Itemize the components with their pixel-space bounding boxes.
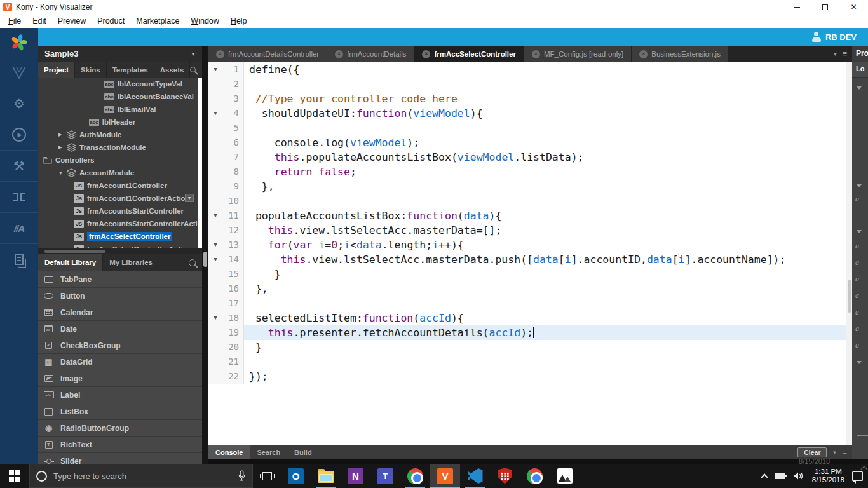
code-line-8[interactable]: 8 return false; [208,165,846,179]
editor-vertical-scrollbar[interactable] [846,62,852,445]
tree-item-frmAccountsStartControllerActions[interactable]: JsfrmAccountsStartControllerActions [38,217,198,230]
taskbar-app-file-explorer[interactable] [311,464,341,488]
sidebar-item-notes[interactable] [0,244,38,275]
taskbar-app-kony-visualizer[interactable]: V [430,464,460,488]
panel-divider[interactable] [202,46,208,464]
chevron-down-icon[interactable]: ▼ [832,51,837,57]
code-line-16[interactable]: 16 }, [208,281,846,296]
editor-tab-businessextension-js[interactable]: ✕BusinessExtension.js [632,46,728,62]
chevron-down-icon[interactable] [857,361,862,364]
library-item-button[interactable]: Button [38,288,202,304]
scrollbar-thumb[interactable] [44,250,105,253]
code-line-7[interactable]: 7 this.populateAccountsListBox(viewModel… [208,150,846,165]
code-line-22[interactable]: 22}); [208,369,846,384]
console-tab-search[interactable]: Search [250,445,287,459]
expand-icon[interactable]: ▶ [58,132,67,137]
taskbar-search-box[interactable]: Type here to search [29,464,253,488]
library-item-image[interactable]: Image [38,370,202,387]
menu-icon[interactable]: ≡ [842,51,847,57]
fold-arrow-icon[interactable]: ▼ [208,62,222,77]
menu-help[interactable]: Help [225,17,253,25]
menu-marketplace[interactable]: Marketplace [130,17,185,25]
taskbar-app-chrome-2[interactable] [520,464,550,488]
tab-assets[interactable]: Assets [154,62,191,78]
taskbar-app-photos[interactable] [550,464,580,488]
close-tab-icon[interactable]: ✕ [532,50,540,58]
tree-item-lblAccountTypeVal[interactable]: abclblAccountTypeVal [38,78,198,90]
microphone-icon[interactable] [238,470,246,482]
properties-tab-look[interactable]: Lo [852,62,868,78]
divider-handle[interactable] [203,252,207,267]
tree-item-lblEmailVal[interactable]: abclblEmailVal [38,103,198,116]
expand-icon[interactable]: ▶ [58,145,67,150]
code-line-19[interactable]: 19 this.presenter.fetchAccountDetails(ac… [208,325,846,340]
code-line-3[interactable]: 3 //Type your controller code here [208,92,846,106]
library-item-label[interactable]: abcLabel [38,387,202,403]
battery-icon[interactable] [775,473,785,479]
tree-item-TransactionModule[interactable]: ▶TransactionModule [38,141,198,154]
tree-item-frmAccount1ControllerActions[interactable]: JsfrmAccount1ControllerActions▼ [38,192,198,205]
library-item-calendar[interactable]: Calendar [38,304,202,321]
code-line-1[interactable]: ▼1define({ [208,62,846,77]
menu-product[interactable]: Product [92,17,130,25]
close-tab-icon[interactable]: ✕ [216,50,224,58]
code-line-15[interactable]: 15 } [208,267,846,281]
close-tab-icon[interactable]: ✕ [422,50,430,58]
code-line-2[interactable]: 2 [208,77,846,92]
collapse-all-icon[interactable]: ▼ [191,51,196,57]
fold-arrow-icon[interactable]: ▼ [208,311,222,325]
code-line-21[interactable]: 21 [208,355,846,369]
fold-arrow-icon[interactable]: ▼ [208,252,222,267]
collapse-icon[interactable]: ▼ [58,171,67,175]
tree-item-lblHeader[interactable]: abclblHeader [38,116,198,128]
editor-tab-frmaccountdetails[interactable]: ✕frmAccountDetails [327,46,414,62]
menu-icon[interactable]: ≡ [842,449,847,456]
code-line-4[interactable]: ▼4 shouldUpdateUI:function(viewModel){ [208,106,846,121]
menu-preview[interactable]: Preview [52,17,92,25]
sidebar-item-layout[interactable] [0,182,38,213]
tray-chevron-up-icon[interactable] [761,473,768,480]
menu-file[interactable]: File [3,17,27,25]
tree-item-frmAccSelectControllerActions[interactable]: JsfrmAccSelectControllerActions [38,243,198,248]
sidebar-item-skins[interactable]: //A [0,213,38,244]
overflow-chevron-icon[interactable]: ▼ [185,194,194,202]
sidebar-item-preview[interactable]: ▶ [0,119,38,151]
close-tab-icon[interactable]: ✕ [335,50,343,58]
menu-edit[interactable]: Edit [27,17,52,25]
fold-arrow-icon[interactable]: ▼ [208,238,222,252]
volume-icon[interactable] [793,471,804,481]
tree-item-AuthModule[interactable]: ▶AuthModule [38,128,198,141]
search-icon[interactable] [189,259,196,266]
tree-item-frmAccountsStartController[interactable]: JsfrmAccountsStartController [38,205,198,217]
chevron-down-icon[interactable]: ▼ [832,450,837,456]
editor-tab-frmaccselectcontroller[interactable]: ✕frmAccSelectController [414,46,523,62]
library-item-slider[interactable]: Slider [38,453,202,464]
sidebar-item-settings[interactable]: ⚙ [0,88,38,119]
library-item-datagrid[interactable]: ▦DataGrid [38,354,202,370]
tree-horizontal-scrollbar[interactable] [38,248,202,254]
tree-item-lblAccountBalanceVal[interactable]: abclblAccountBalanceVal [38,90,198,103]
fold-arrow-icon[interactable]: ▼ [208,106,222,121]
user-account-button[interactable]: RB DEV [811,32,857,42]
sidebar-item-home[interactable] [0,28,38,57]
menu-window[interactable]: Window [185,17,224,25]
tab-default-library[interactable]: Default Library [38,254,103,271]
chevron-down-icon[interactable] [857,184,862,187]
close-button[interactable]: ✕ [839,0,868,14]
taskbar-app-security-shield[interactable] [490,464,520,488]
code-line-13[interactable]: ▼13 for(var i=0;i<data.length;i++){ [208,238,846,252]
code-line-9[interactable]: 9 }, [208,179,846,194]
task-view-button[interactable] [253,464,281,488]
maximize-button[interactable] [811,0,839,14]
library-item-listbox[interactable]: ListBox [38,403,202,420]
code-line-11[interactable]: ▼11 populateAccountsListBox:function(dat… [208,208,846,223]
minimize-button[interactable] [782,0,811,14]
tray-clock[interactable]: 1:31 PM 8/15/2018 [812,468,844,484]
library-item-radiobuttongroup[interactable]: ◉RadioButtonGroup [38,420,202,437]
sidebar-item-build[interactable]: ⚒ [0,151,38,182]
taskbar-app-teams[interactable]: T [370,464,400,488]
library-item-checkboxgroup[interactable]: ✓CheckBoxGroup [38,337,202,354]
taskbar-app-vscode[interactable] [460,464,490,488]
close-tab-icon[interactable]: ✕ [639,50,648,58]
tab-my-libraries[interactable]: My Libraries [103,254,159,271]
